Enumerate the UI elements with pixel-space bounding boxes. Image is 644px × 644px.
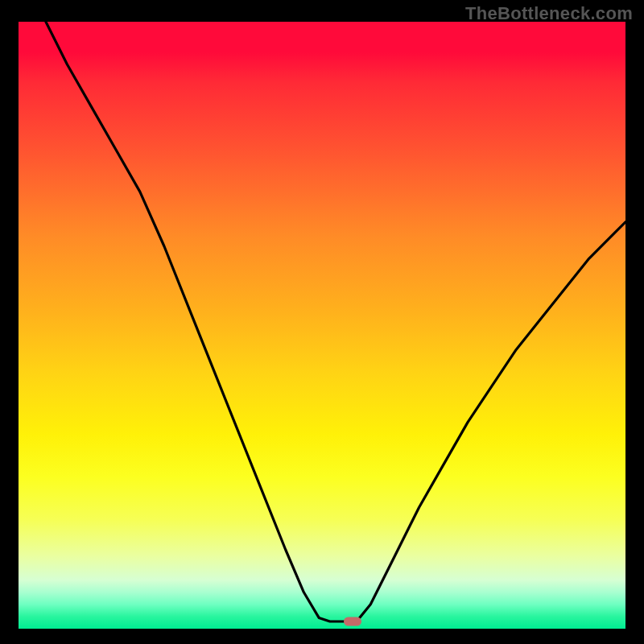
curve-path <box>46 22 625 621</box>
optimum-marker <box>344 617 361 625</box>
chart-frame: TheBottleneck.com <box>0 0 644 644</box>
watermark-text: TheBottleneck.com <box>465 3 633 24</box>
bottleneck-curve <box>19 22 625 629</box>
plot-area <box>19 22 625 629</box>
